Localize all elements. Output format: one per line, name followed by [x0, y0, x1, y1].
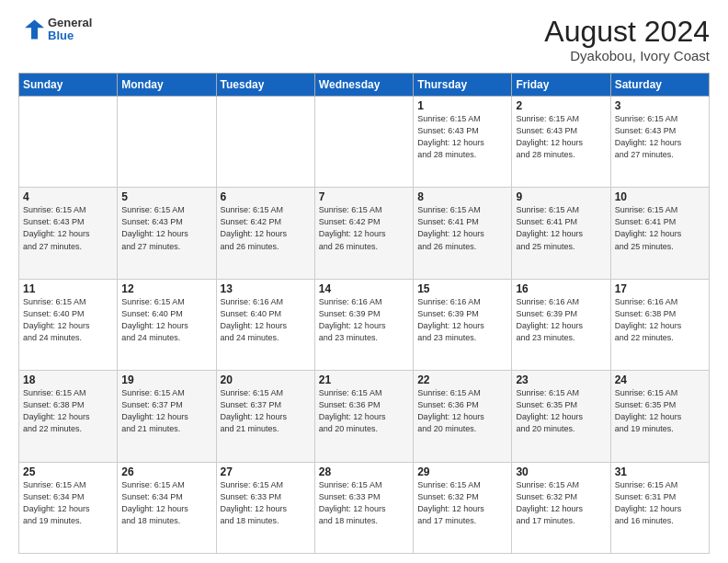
calendar-week-row: 1Sunrise: 6:15 AM Sunset: 6:43 PM Daylig… — [19, 97, 710, 188]
day-number: 20 — [221, 373, 311, 386]
day-number: 24 — [615, 373, 705, 386]
day-number: 26 — [121, 465, 211, 478]
col-thursday: Thursday — [414, 74, 512, 97]
logo: General Blue — [18, 17, 92, 43]
table-row: 26Sunrise: 6:15 AM Sunset: 6:34 PM Dayli… — [118, 462, 216, 553]
table-row: 2Sunrise: 6:15 AM Sunset: 6:43 PM Daylig… — [512, 97, 610, 188]
table-row: 4Sunrise: 6:15 AM Sunset: 6:43 PM Daylig… — [19, 188, 118, 279]
table-row: 27Sunrise: 6:15 AM Sunset: 6:33 PM Dayli… — [216, 462, 314, 553]
table-row: 28Sunrise: 6:15 AM Sunset: 6:33 PM Dayli… — [314, 462, 413, 553]
day-info: Sunrise: 6:15 AM Sunset: 6:33 PM Dayligh… — [319, 479, 409, 527]
day-info: Sunrise: 6:15 AM Sunset: 6:38 PM Dayligh… — [23, 387, 113, 435]
day-info: Sunrise: 6:15 AM Sunset: 6:40 PM Dayligh… — [23, 296, 113, 344]
table-row: 11Sunrise: 6:15 AM Sunset: 6:40 PM Dayli… — [19, 279, 118, 370]
day-number: 18 — [23, 373, 113, 386]
day-info: Sunrise: 6:16 AM Sunset: 6:38 PM Dayligh… — [615, 296, 705, 344]
day-number: 19 — [121, 373, 211, 386]
day-number: 12 — [121, 282, 211, 295]
day-info: Sunrise: 6:15 AM Sunset: 6:43 PM Dayligh… — [516, 113, 606, 161]
day-info: Sunrise: 6:15 AM Sunset: 6:35 PM Dayligh… — [516, 387, 606, 435]
col-wednesday: Wednesday — [314, 74, 413, 97]
day-info: Sunrise: 6:15 AM Sunset: 6:37 PM Dayligh… — [221, 387, 311, 435]
day-info: Sunrise: 6:15 AM Sunset: 6:36 PM Dayligh… — [319, 387, 409, 435]
day-number: 25 — [23, 465, 113, 478]
day-info: Sunrise: 6:16 AM Sunset: 6:39 PM Dayligh… — [516, 296, 606, 344]
day-info: Sunrise: 6:15 AM Sunset: 6:34 PM Dayligh… — [23, 479, 113, 527]
day-number: 2 — [516, 99, 606, 112]
day-info: Sunrise: 6:15 AM Sunset: 6:41 PM Dayligh… — [615, 204, 705, 252]
day-number: 11 — [23, 282, 113, 295]
col-saturday: Saturday — [610, 74, 709, 97]
day-number: 10 — [615, 190, 705, 203]
table-row: 21Sunrise: 6:15 AM Sunset: 6:36 PM Dayli… — [314, 371, 413, 462]
day-number: 22 — [417, 373, 507, 386]
calendar-week-row: 18Sunrise: 6:15 AM Sunset: 6:38 PM Dayli… — [19, 371, 710, 462]
calendar-week-row: 4Sunrise: 6:15 AM Sunset: 6:43 PM Daylig… — [19, 188, 710, 279]
page: General Blue August 2024 Dyakobou, Ivory… — [0, 0, 728, 563]
day-number: 4 — [23, 190, 113, 203]
day-info: Sunrise: 6:15 AM Sunset: 6:42 PM Dayligh… — [319, 204, 409, 252]
table-row: 19Sunrise: 6:15 AM Sunset: 6:37 PM Dayli… — [118, 371, 216, 462]
day-info: Sunrise: 6:15 AM Sunset: 6:32 PM Dayligh… — [417, 479, 507, 527]
table-row: 13Sunrise: 6:16 AM Sunset: 6:40 PM Dayli… — [216, 279, 314, 370]
table-row — [19, 97, 118, 188]
day-info: Sunrise: 6:15 AM Sunset: 6:41 PM Dayligh… — [516, 204, 606, 252]
day-number: 7 — [319, 190, 409, 203]
day-number: 16 — [516, 282, 606, 295]
table-row: 8Sunrise: 6:15 AM Sunset: 6:41 PM Daylig… — [414, 188, 512, 279]
day-info: Sunrise: 6:15 AM Sunset: 6:43 PM Dayligh… — [121, 204, 211, 252]
day-number: 1 — [417, 99, 507, 112]
day-info: Sunrise: 6:15 AM Sunset: 6:31 PM Dayligh… — [615, 479, 705, 527]
table-row — [216, 97, 314, 188]
day-number: 17 — [615, 282, 705, 295]
calendar-header-row: Sunday Monday Tuesday Wednesday Thursday… — [19, 74, 710, 97]
table-row: 9Sunrise: 6:15 AM Sunset: 6:41 PM Daylig… — [512, 188, 610, 279]
table-row: 16Sunrise: 6:16 AM Sunset: 6:39 PM Dayli… — [512, 279, 610, 370]
table-row: 1Sunrise: 6:15 AM Sunset: 6:43 PM Daylig… — [414, 97, 512, 188]
location: Dyakobou, Ivory Coast — [544, 48, 710, 63]
col-sunday: Sunday — [19, 74, 118, 97]
calendar-week-row: 11Sunrise: 6:15 AM Sunset: 6:40 PM Dayli… — [19, 279, 710, 370]
day-info: Sunrise: 6:15 AM Sunset: 6:42 PM Dayligh… — [221, 204, 311, 252]
day-info: Sunrise: 6:16 AM Sunset: 6:40 PM Dayligh… — [221, 296, 311, 344]
day-info: Sunrise: 6:15 AM Sunset: 6:36 PM Dayligh… — [417, 387, 507, 435]
day-info: Sunrise: 6:16 AM Sunset: 6:39 PM Dayligh… — [319, 296, 409, 344]
table-row: 22Sunrise: 6:15 AM Sunset: 6:36 PM Dayli… — [414, 371, 512, 462]
day-info: Sunrise: 6:15 AM Sunset: 6:34 PM Dayligh… — [121, 479, 211, 527]
calendar: Sunday Monday Tuesday Wednesday Thursday… — [18, 73, 710, 554]
day-number: 30 — [516, 465, 606, 478]
svg-marker-1 — [25, 20, 44, 40]
calendar-week-row: 25Sunrise: 6:15 AM Sunset: 6:34 PM Dayli… — [19, 462, 710, 553]
day-number: 31 — [615, 465, 705, 478]
table-row: 24Sunrise: 6:15 AM Sunset: 6:35 PM Dayli… — [610, 371, 709, 462]
table-row: 5Sunrise: 6:15 AM Sunset: 6:43 PM Daylig… — [118, 188, 216, 279]
day-info: Sunrise: 6:16 AM Sunset: 6:39 PM Dayligh… — [417, 296, 507, 344]
table-row: 12Sunrise: 6:15 AM Sunset: 6:40 PM Dayli… — [118, 279, 216, 370]
day-number: 27 — [221, 465, 311, 478]
day-number: 6 — [221, 190, 311, 203]
logo-icon — [18, 17, 44, 42]
day-info: Sunrise: 6:15 AM Sunset: 6:37 PM Dayligh… — [121, 387, 211, 435]
day-number: 28 — [319, 465, 409, 478]
table-row — [118, 97, 216, 188]
day-info: Sunrise: 6:15 AM Sunset: 6:43 PM Dayligh… — [417, 113, 507, 161]
logo-text: General Blue — [48, 17, 92, 43]
table-row: 23Sunrise: 6:15 AM Sunset: 6:35 PM Dayli… — [512, 371, 610, 462]
day-number: 23 — [516, 373, 606, 386]
day-info: Sunrise: 6:15 AM Sunset: 6:43 PM Dayligh… — [615, 113, 705, 161]
col-monday: Monday — [118, 74, 216, 97]
title-block: August 2024 Dyakobou, Ivory Coast — [544, 17, 710, 63]
day-number: 5 — [121, 190, 211, 203]
col-friday: Friday — [512, 74, 610, 97]
day-number: 3 — [615, 99, 705, 112]
day-number: 9 — [516, 190, 606, 203]
day-number: 13 — [221, 282, 311, 295]
day-info: Sunrise: 6:15 AM Sunset: 6:33 PM Dayligh… — [221, 479, 311, 527]
day-info: Sunrise: 6:15 AM Sunset: 6:43 PM Dayligh… — [23, 204, 113, 252]
table-row: 10Sunrise: 6:15 AM Sunset: 6:41 PM Dayli… — [610, 188, 709, 279]
table-row: 25Sunrise: 6:15 AM Sunset: 6:34 PM Dayli… — [19, 462, 118, 553]
day-info: Sunrise: 6:15 AM Sunset: 6:32 PM Dayligh… — [516, 479, 606, 527]
table-row: 30Sunrise: 6:15 AM Sunset: 6:32 PM Dayli… — [512, 462, 610, 553]
table-row: 6Sunrise: 6:15 AM Sunset: 6:42 PM Daylig… — [216, 188, 314, 279]
day-number: 21 — [319, 373, 409, 386]
